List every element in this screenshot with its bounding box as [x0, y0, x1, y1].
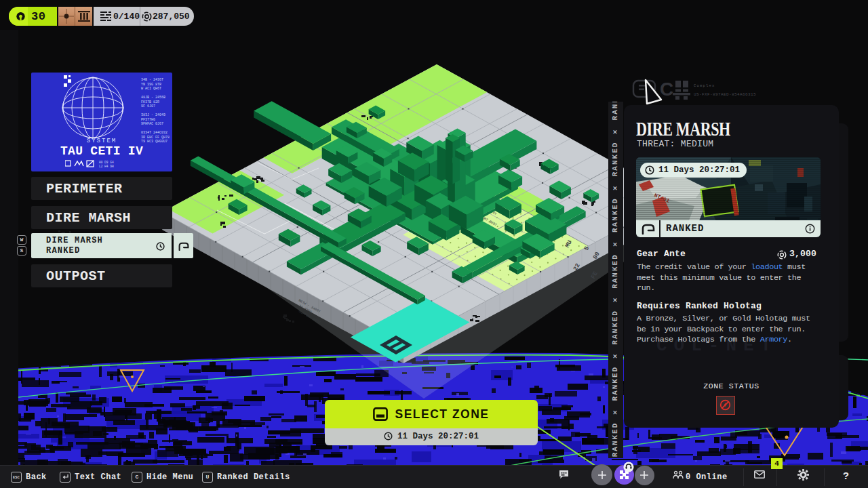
- svg-text:US-FXF-897AED-854A66315: US-FXF-897AED-854A66315: [694, 92, 756, 97]
- svg-text:Complex: Complex: [694, 83, 715, 88]
- svg-text:L2 H4 9H: L2 H4 9H: [99, 165, 114, 168]
- svg-text:C: C: [660, 79, 673, 100]
- svg-text:H8 D9 G4: H8 D9 G4: [99, 161, 114, 164]
